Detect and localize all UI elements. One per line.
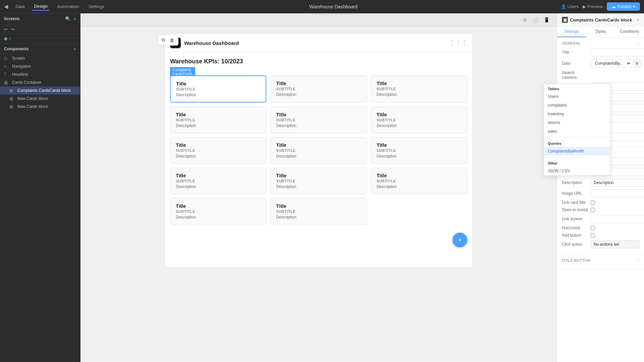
- click-action-label: Click action: [562, 242, 589, 247]
- cards-description-input-group: ⚡: [591, 179, 644, 187]
- general-collapse-button[interactable]: −: [637, 41, 639, 46]
- preview-button[interactable]: ▶ Preview: [583, 4, 603, 9]
- canvas-logo: bb Warehouse Dashboard: [170, 38, 239, 48]
- right-panel-title: ▦ Complaints CardsCards block: [562, 17, 632, 23]
- horizontal-checkbox[interactable]: [591, 226, 595, 230]
- card-1[interactable]: Title SUBTITLE Description: [170, 75, 266, 103]
- data-field-label: Data: [562, 61, 589, 66]
- card-12-description: Description: [377, 184, 462, 189]
- fab-add-button[interactable]: +: [452, 233, 467, 247]
- component-headline[interactable]: T Headline: [0, 70, 80, 78]
- card-13[interactable]: Title SUBTITLE Description: [170, 198, 266, 225]
- image-url-input-group: ⚡: [591, 189, 644, 197]
- component-new-cards-block-2[interactable]: ▦ New Cards block: [0, 103, 80, 111]
- dropdown-complaints[interactable]: complaints: [544, 101, 610, 110]
- nav-settings[interactable]: Settings: [87, 3, 106, 10]
- headline-component-icon: T: [4, 72, 9, 77]
- component-navigation[interactable]: ≡ Navigation: [0, 62, 80, 70]
- card-10-title: Title: [176, 173, 261, 178]
- users-button[interactable]: 👤 Users: [561, 4, 579, 9]
- card-8-title: Title: [276, 142, 361, 148]
- add-component-button[interactable]: +: [73, 46, 76, 52]
- link-card-title-row: Link card title: [562, 200, 639, 205]
- title-input[interactable]: [591, 48, 644, 56]
- card-11[interactable]: Title SUBTITLE Description: [270, 168, 367, 194]
- canvas-dots-menu[interactable]: ⋮⋮⋮: [449, 39, 467, 47]
- dropdown-json-csv[interactable]: JSON / CSV: [544, 167, 610, 175]
- card-10-subtitle: SUBTITLE: [176, 179, 261, 183]
- nav-data[interactable]: Data: [13, 3, 26, 10]
- component-new-cards-block-1[interactable]: ▦ New Cards block: [0, 95, 80, 103]
- card-11-description: Description: [276, 184, 361, 189]
- add-button-checkbox[interactable]: [591, 233, 595, 238]
- undo-button[interactable]: ↩: [4, 26, 8, 32]
- nav-automation[interactable]: Automation: [55, 3, 81, 10]
- canvas-area: 🖥 ⬜ 📱 ⧉ 🗑 bb Warehouse Dashboard ⋮⋮⋮: [80, 13, 557, 362]
- search-columns-label: Search columns: [562, 70, 589, 80]
- cards-grid: Title SUBTITLE Description Title SUBTITL…: [165, 75, 473, 230]
- left-sidebar: Screens 🔍 + ↩ ↪ / Components + ⊡ Screen …: [0, 13, 80, 362]
- horizontal-row: Horizontal: [562, 226, 639, 230]
- tab-settings[interactable]: Settings: [557, 26, 586, 37]
- publish-button[interactable]: ☁ Publish ▾: [607, 2, 640, 11]
- data-settings-button[interactable]: ⚙: [633, 60, 641, 67]
- copy-element-button[interactable]: ⧉: [160, 36, 167, 44]
- card-12[interactable]: Title SUBTITLE Description: [371, 168, 467, 194]
- canvas-toolbar: 🖥 ⬜ 📱: [80, 13, 557, 26]
- desktop-view-button[interactable]: 🖥: [521, 16, 529, 23]
- link-card-title-checkbox[interactable]: [591, 200, 595, 205]
- card-8[interactable]: Title SUBTITLE Description: [270, 137, 367, 164]
- card-2[interactable]: Title SUBTITLE Description: [270, 75, 367, 103]
- search-icon[interactable]: 🔍: [65, 16, 71, 21]
- preview-icon: ▶: [583, 4, 586, 9]
- add-screen-button[interactable]: +: [73, 16, 76, 21]
- card-3-subtitle: SUBTITLE: [377, 87, 462, 91]
- screen-item-root[interactable]: /: [0, 34, 80, 44]
- card-5-title: Title: [276, 112, 361, 117]
- component-cards-container[interactable]: ▦ Cards Container: [0, 78, 80, 86]
- redo-button[interactable]: ↪: [11, 26, 15, 32]
- card-10[interactable]: Title SUBTITLE Description: [170, 168, 266, 194]
- cards-description-input[interactable]: [591, 179, 644, 187]
- dropdown-inventory[interactable]: inventory: [544, 110, 610, 118]
- dropdown-sales[interactable]: sales: [544, 127, 610, 136]
- components-label: Components: [4, 47, 29, 51]
- tablet-view-button[interactable]: ⬜: [531, 16, 540, 23]
- mobile-view-button[interactable]: 📱: [542, 16, 551, 23]
- screens-header: Screens 🔍 +: [0, 13, 80, 24]
- dropdown-complaints-by-month[interactable]: ComplaintsByMonth: [544, 147, 610, 156]
- tab-conditions[interactable]: Conditions: [615, 26, 644, 37]
- card-14-subtitle: SUBTITLE: [276, 209, 361, 214]
- panel-collapse-button[interactable]: ×: [637, 17, 639, 22]
- tab-styles[interactable]: Styles: [586, 26, 615, 37]
- card-10-description: Description: [176, 184, 261, 189]
- card-7[interactable]: Title SUBTITLE Description: [170, 137, 266, 164]
- link-screen-input[interactable]: [591, 215, 644, 223]
- title-button-collapse[interactable]: −: [637, 258, 639, 263]
- delete-element-button[interactable]: 🗑: [168, 36, 176, 44]
- back-button[interactable]: ◀: [4, 3, 8, 10]
- card-3[interactable]: Title SUBTITLE Description: [371, 75, 467, 103]
- data-select[interactable]: ComplaintsBy...: [591, 59, 632, 68]
- click-action-button[interactable]: No actions set: [591, 240, 639, 248]
- search-columns-row: Search columns: [562, 70, 639, 80]
- card-1-subtitle: SUBTITLE: [176, 87, 260, 91]
- component-complaints-cards-block[interactable]: ▦ Complaints CardsCards block: [0, 86, 80, 95]
- open-in-modal-checkbox[interactable]: [591, 208, 595, 212]
- card-5[interactable]: Title SUBTITLE Description: [270, 107, 367, 133]
- card-6[interactable]: Title SUBTITLE Description: [371, 107, 467, 133]
- dropdown-users[interactable]: Users: [544, 92, 610, 101]
- card-1-title: Title: [176, 81, 260, 86]
- card-7-subtitle: SUBTITLE: [176, 148, 261, 153]
- card-9[interactable]: Title SUBTITLE Description: [371, 137, 467, 164]
- right-panel-header: ▦ Complaints CardsCards block ×: [557, 13, 644, 26]
- nav-design[interactable]: Design: [32, 2, 49, 11]
- card-4-description: Description: [176, 123, 261, 128]
- component-screen[interactable]: ⊡ Screen: [0, 54, 80, 62]
- image-url-input[interactable]: [591, 189, 644, 197]
- link-screen-input-group: ⚡ ▾: [591, 215, 644, 223]
- dropdown-returns[interactable]: returns: [544, 118, 610, 127]
- card-4[interactable]: Title SUBTITLE Description: [170, 107, 266, 133]
- card-14[interactable]: Title SUBTITLE Description: [270, 198, 367, 225]
- title-field-label: Title: [562, 50, 589, 55]
